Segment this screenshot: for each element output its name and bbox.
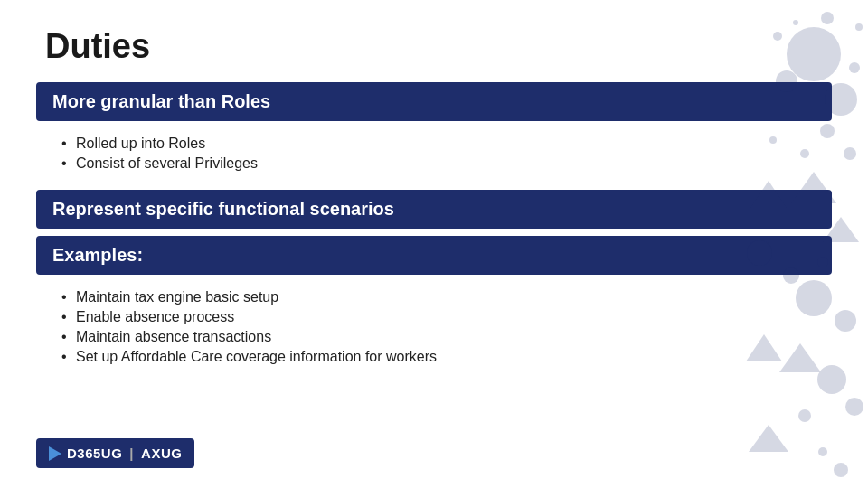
svg-marker-8 — [823, 217, 859, 242]
svg-point-10 — [783, 267, 799, 284]
list-item: Set up Affordable Care coverage informat… — [61, 347, 832, 367]
logo-text-d365ug: D365UG — [67, 446, 122, 461]
play-icon — [49, 446, 61, 461]
svg-point-20 — [818, 447, 827, 456]
logo-box: D365UG | AXUG — [36, 438, 194, 468]
svg-point-24 — [821, 12, 834, 24]
svg-point-23 — [793, 20, 798, 25]
svg-point-0 — [787, 27, 841, 81]
svg-point-5 — [849, 62, 860, 73]
svg-marker-7 — [791, 172, 836, 203]
svg-point-13 — [835, 310, 856, 332]
slide: Duties More granular than Roles Rolled u… — [0, 0, 868, 488]
list-item: Rolled up into Roles — [61, 134, 832, 154]
svg-point-9 — [747, 240, 772, 266]
logo-text-axug: AXUG — [141, 446, 182, 461]
logo-area: D365UG | AXUG — [36, 438, 194, 468]
list-item: Maintain tax engine basic setup — [61, 287, 832, 307]
list-item: Enable absence process — [61, 307, 832, 327]
bullet-list-examples: Maintain tax engine basic setup Enable a… — [36, 282, 832, 378]
logo-separator: | — [129, 446, 134, 461]
svg-point-18 — [798, 409, 811, 422]
svg-point-17 — [845, 398, 863, 416]
svg-point-25 — [855, 23, 863, 31]
svg-marker-6 — [750, 181, 787, 208]
list-item: Maintain absence transactions — [61, 327, 832, 347]
decorative-background — [597, 0, 868, 488]
svg-point-16 — [817, 365, 846, 394]
svg-point-22 — [773, 32, 782, 41]
svg-point-1 — [825, 83, 857, 116]
svg-point-26 — [844, 147, 856, 160]
svg-point-21 — [834, 463, 848, 477]
svg-marker-19 — [749, 425, 788, 452]
list-item: Consist of several Privileges — [61, 154, 832, 174]
svg-point-11 — [817, 257, 828, 267]
svg-point-2 — [776, 70, 797, 92]
